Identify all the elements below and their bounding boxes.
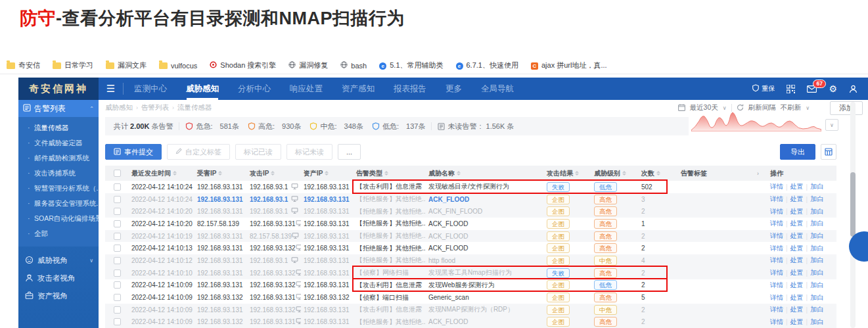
action-link-处置[interactable]: 处置 bbox=[790, 268, 804, 277]
sort-icon[interactable] bbox=[173, 171, 177, 176]
table-row[interactable]: 2022-04-12 14:10:24192.168.93.131192.168… bbox=[105, 193, 836, 206]
action-link-详情[interactable]: 详情 bbox=[770, 231, 783, 241]
cell-asset[interactable]: 192.168.93.131 bbox=[301, 208, 354, 215]
attack-ip[interactable]: 192.168.93.131 bbox=[250, 294, 296, 301]
column-header-攻击结果[interactable]: 攻击结果 bbox=[544, 169, 591, 178]
add-button[interactable]: 添加 bbox=[830, 101, 863, 115]
cell-aip[interactable]: 192.168.93.132 bbox=[247, 306, 301, 314]
bookmark-item[interactable]: 奇安信 bbox=[7, 60, 40, 70]
row-checkbox[interactable] bbox=[114, 257, 121, 264]
action-link-详情[interactable]: 详情 bbox=[770, 195, 783, 204]
sidebar-item-攻击诱捕系统[interactable]: 攻击诱捕系统 bbox=[18, 166, 99, 181]
user-icon[interactable] bbox=[849, 85, 857, 93]
bookmark-item[interactable]: e6.7.1、快速使用 bbox=[456, 60, 518, 70]
action-link-处置[interactable]: 处置 bbox=[790, 195, 804, 204]
breadcrumb-item[interactable]: 告警列表 bbox=[141, 103, 169, 112]
severity-stat-低危[interactable]: 低危: 137条 bbox=[372, 122, 425, 131]
cell-vip[interactable]: 192.168.93.131 bbox=[194, 183, 247, 191]
cell-vip[interactable]: 192.168.93.131 bbox=[194, 245, 247, 252]
column-header-最近发生时间[interactable]: 最近发生时间 bbox=[129, 169, 194, 178]
table-row[interactable]: 2022-04-12 14:10:10192.168.93.131192.168… bbox=[105, 267, 836, 279]
action-link-加白[interactable]: 加白 bbox=[810, 195, 823, 204]
bookmark-item[interactable]: 日常学习 bbox=[53, 60, 93, 70]
action-link-加白[interactable]: 加白 bbox=[810, 244, 823, 253]
cell-name[interactable]: 发现黑客工具Nmap扫描行为 bbox=[426, 268, 544, 277]
row-checkbox[interactable] bbox=[114, 196, 121, 203]
sidebar-item-邮件威胁检测系统[interactable]: 邮件威胁检测系统 bbox=[18, 151, 99, 166]
action-link-详情[interactable]: 详情 bbox=[770, 244, 783, 253]
cell-vip[interactable]: 192.168.93.131 bbox=[194, 233, 247, 240]
action-link-加白[interactable]: 加白 bbox=[810, 207, 823, 216]
cell-vip[interactable]: 192.168.93.132 bbox=[194, 318, 247, 325]
cell-asset[interactable]: 192.168.93.131 bbox=[301, 281, 354, 289]
nav-item-全局导航[interactable]: 全局导航 bbox=[481, 78, 514, 100]
table-row[interactable]: 2022-04-12 14:10:09192.168.93.132192.168… bbox=[105, 316, 836, 328]
column-header-攻击IP[interactable]: 攻击IP bbox=[247, 169, 301, 178]
attack-ip[interactable]: 192.168.93.132 bbox=[250, 245, 296, 252]
action-link-详情[interactable]: 详情 bbox=[770, 281, 783, 290]
action-link-加白[interactable]: 加白 bbox=[810, 293, 823, 302]
cell-asset[interactable]: 192.168.93.131 bbox=[301, 269, 354, 277]
unread-alerts[interactable]: 未读告警: 1.56K 条 bbox=[438, 122, 514, 131]
cell-asset[interactable]: 192.168.93.131 bbox=[301, 318, 354, 325]
table-row[interactable]: 2022-04-12 14:10:13192.168.93.131192.168… bbox=[105, 242, 836, 254]
attack-ip[interactable]: 192.168.93.132 bbox=[250, 269, 296, 277]
sidebar-item-全部[interactable]: 全部 bbox=[18, 226, 99, 241]
bookmark-item[interactable]: bash bbox=[340, 61, 367, 70]
sidebar-group-alert-list[interactable]: 告警列表 ⌃ bbox=[18, 100, 99, 117]
cell-asset[interactable]: 192.168.93.131 bbox=[301, 245, 354, 252]
column-settings-button[interactable] bbox=[821, 144, 836, 160]
column-header-资产IP[interactable]: 资产IP bbox=[301, 169, 354, 178]
cell-name[interactable]: ACK_FLOOD bbox=[426, 318, 544, 325]
action-link-处置[interactable]: 处置 bbox=[790, 305, 804, 314]
cell-vip[interactable]: 192.168.93.131 bbox=[194, 196, 247, 203]
cell-asset[interactable]: 192.168.93.131 bbox=[301, 220, 354, 227]
action-link-处置[interactable]: 处置 bbox=[790, 256, 804, 265]
table-row[interactable]: 2022-04-12 14:10:09192.168.93.131192.168… bbox=[105, 279, 836, 292]
action-link-加白[interactable]: 加白 bbox=[810, 219, 823, 228]
action-link-加白[interactable]: 加白 bbox=[810, 305, 823, 314]
table-row[interactable]: 2022-04-12 14:10:24192.168.93.131192.168… bbox=[105, 181, 836, 193]
column-header-威胁级别[interactable]: 威胁级别 bbox=[591, 169, 639, 178]
sidebar-item-文件威胁鉴定器[interactable]: 文件威胁鉴定器 bbox=[18, 135, 99, 151]
nav-item-响应处置[interactable]: 响应处置 bbox=[290, 78, 323, 100]
action-link-处置[interactable]: 处置 bbox=[790, 317, 804, 327]
sidebar-item-服务器安全管理系统...[interactable]: 服务器安全管理系统... bbox=[18, 196, 99, 211]
row-checkbox[interactable] bbox=[114, 208, 121, 215]
cell-aip[interactable]: 82.157.58.139 bbox=[247, 232, 301, 241]
attack-ip[interactable]: 192.168.93.1 bbox=[250, 183, 288, 191]
cell-vip[interactable]: 192.168.93.131 bbox=[194, 306, 247, 314]
action-link-加白[interactable]: 加白 bbox=[810, 281, 823, 290]
severity-stat-高危[interactable]: 高危: 930条 bbox=[248, 122, 301, 131]
nav-item-监测中心[interactable]: 监测中心 bbox=[134, 78, 167, 100]
qr-code-icon[interactable] bbox=[787, 85, 795, 93]
sidebar-item-流量传感器[interactable]: 流量传感器 bbox=[18, 120, 99, 135]
cell-vip[interactable]: 82.157.58.139 bbox=[194, 220, 247, 227]
action-link-详情[interactable]: 详情 bbox=[770, 317, 783, 327]
table-row[interactable]: 2022-04-12 14:10:09192.168.93.131192.168… bbox=[105, 304, 836, 316]
row-checkbox[interactable] bbox=[114, 220, 121, 227]
action-link-详情[interactable]: 详情 bbox=[770, 182, 783, 191]
row-checkbox[interactable] bbox=[114, 233, 121, 240]
sidebar-item-SOAR自动化编排场景[interactable]: SOAR自动化编排场景 bbox=[18, 211, 99, 226]
bookmark-item[interactable]: e5.1、常用辅助类 bbox=[379, 60, 443, 70]
action-link-详情[interactable]: 详情 bbox=[770, 305, 783, 314]
cell-name[interactable]: Generic_scan bbox=[426, 294, 544, 301]
sidebar-view-攻击者视角[interactable]: 攻击者视角 bbox=[18, 269, 99, 287]
sidebar-view-威胁视角[interactable]: 威胁视角∨ bbox=[18, 252, 99, 269]
sort-icon[interactable] bbox=[325, 171, 329, 176]
cell-name[interactable]: 发现敏感目录/文件探测行为 bbox=[426, 182, 544, 191]
cell-aip[interactable]: 192.168.93.132 bbox=[247, 281, 301, 289]
attack-ip[interactable]: 192.168.93.1 bbox=[250, 257, 288, 264]
cell-name[interactable]: ACK_FLOOD bbox=[426, 196, 544, 203]
nav-item-报表报告[interactable]: 报表报告 bbox=[394, 78, 426, 100]
cell-name[interactable]: http flood bbox=[426, 257, 544, 264]
row-checkbox[interactable] bbox=[114, 183, 121, 191]
action-link-处置[interactable]: 处置 bbox=[790, 293, 804, 302]
cell-name[interactable]: 发现Web服务探测行为 bbox=[426, 281, 544, 290]
action-link-详情[interactable]: 详情 bbox=[770, 219, 783, 228]
cell-name[interactable]: ACK_FLOOD bbox=[426, 220, 544, 227]
breadcrumb-item[interactable]: 威胁感知 bbox=[105, 103, 133, 112]
nav-item-资产感知[interactable]: 资产感知 bbox=[342, 78, 375, 100]
table-row[interactable]: 2022-04-12 14:10:12192.168.93.131192.168… bbox=[105, 254, 836, 267]
